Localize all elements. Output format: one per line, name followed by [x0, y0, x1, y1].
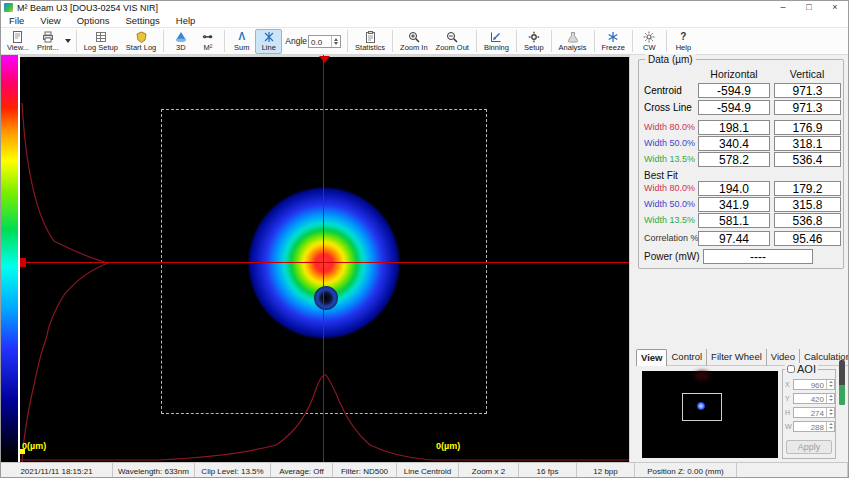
beam-image-area[interactable]: 0(µm) 0(µm): [20, 55, 629, 462]
value-bf-width80-h: 194.0: [698, 181, 770, 196]
horizontal-axis-label: 0(µm): [436, 441, 460, 451]
log-setup-icon: [95, 31, 107, 43]
toolbar-separator: [163, 30, 164, 52]
analysis-button[interactable]: Analysis: [555, 29, 591, 54]
tab-control[interactable]: Control: [667, 349, 707, 366]
status-position-z: Position Z: 0.00 (mm): [635, 463, 737, 478]
crosshair-horizontal[interactable]: [20, 262, 629, 263]
3d-button[interactable]: 3D: [167, 29, 194, 54]
analysis-icon: [567, 31, 579, 43]
value-bf-width80-v: 179.2: [774, 181, 841, 196]
value-crossline-h: -594.9: [698, 100, 770, 115]
status-empty: [737, 463, 848, 478]
minimize-button[interactable]: –: [770, 1, 796, 14]
aoi-y-spinner[interactable]: 420: [793, 393, 835, 404]
help-button[interactable]: ? Help: [670, 29, 697, 54]
value-bf-width50-v: 315.8: [774, 197, 841, 212]
zoom-in-button[interactable]: Zoom In: [396, 29, 432, 54]
toolbar-separator: [516, 30, 517, 52]
aoi-x-spin-arrows[interactable]: [826, 380, 834, 389]
menu-help[interactable]: Help: [168, 14, 204, 28]
toolbar-separator: [666, 30, 667, 52]
status-line-centroid: Line Centroid: [397, 463, 459, 478]
value-width50-h: 340.4: [698, 136, 770, 151]
close-button[interactable]: ×: [822, 1, 848, 14]
toolbar-separator: [476, 30, 477, 52]
angle-value[interactable]: 0.0: [309, 36, 331, 47]
aoi-w-spinner[interactable]: 288: [793, 421, 835, 432]
toolbar-separator: [392, 30, 393, 52]
print-dropdown-arrow[interactable]: [65, 39, 71, 43]
menu-options[interactable]: Options: [69, 14, 118, 28]
aoi-field-y: Y 420: [785, 392, 835, 404]
aoi-apply-button[interactable]: Apply: [786, 440, 832, 454]
angle-spin-arrows[interactable]: [331, 36, 340, 47]
view-button[interactable]: View...: [3, 29, 33, 54]
freeze-button[interactable]: Freeze: [598, 29, 629, 54]
profile-curves: [20, 55, 629, 462]
aoi-h-spinner[interactable]: 274: [793, 407, 835, 418]
bestfit-row-width50: Width 50.0% 341.9 315.8: [639, 197, 845, 212]
line-button[interactable]: Line: [255, 29, 282, 54]
value-bf-width50-h: 341.9: [698, 197, 770, 212]
preview-beam-dot: [697, 402, 705, 410]
menu-view[interactable]: View: [32, 14, 68, 28]
camera-preview[interactable]: [642, 371, 778, 458]
data-row-width50: Width 50.0% 340.4 318.1: [639, 136, 845, 151]
value-correlation-h: 97.44: [698, 231, 770, 246]
print-button[interactable]: Print...: [33, 29, 63, 54]
tab-filter-wheel[interactable]: Filter Wheel: [707, 349, 767, 366]
3d-cone-icon: [175, 31, 187, 43]
sum-button[interactable]: Λ Sum: [228, 29, 255, 54]
gain-slider-fill: [839, 385, 845, 405]
m-squared-button[interactable]: ⊶ M²: [194, 29, 221, 54]
value-correlation-v: 95.46: [774, 231, 841, 246]
column-header-vertical: Vertical: [771, 68, 843, 80]
toolbar-separator: [551, 30, 552, 52]
aoi-x-spinner[interactable]: 960: [793, 379, 835, 390]
statistics-button[interactable]: Statistics: [351, 29, 389, 54]
start-log-icon: [136, 31, 147, 43]
preview-smudge: [694, 371, 710, 381]
binning-icon: [490, 31, 502, 43]
log-setup-button[interactable]: Log Setup: [80, 29, 122, 54]
data-row-centroid: Centroid -594.9 971.3: [639, 83, 845, 98]
start-log-button[interactable]: Start Log: [122, 29, 160, 54]
value-crossline-v: 971.3: [774, 100, 841, 115]
menu-file[interactable]: File: [1, 14, 32, 28]
gain-slider[interactable]: [839, 360, 845, 405]
data-row-width135: Width 13.5% 578.2 536.4: [639, 152, 845, 167]
cw-button[interactable]: CW: [636, 29, 663, 54]
right-panel: Data (µm) Horizontal Vertical Centroid -…: [629, 55, 849, 462]
status-datetime: 2021/11/11 18:15:21: [1, 463, 113, 478]
aoi-w-spin-arrows[interactable]: [826, 422, 834, 431]
value-power: ----: [703, 249, 813, 264]
status-average: Average: Off: [271, 463, 333, 478]
angle-spinner[interactable]: 0.0: [308, 35, 341, 48]
aoi-checkbox[interactable]: [787, 365, 795, 373]
power-label: Power (mW): [644, 251, 700, 262]
document-view-icon: [12, 31, 23, 43]
menu-settings[interactable]: Settings: [117, 14, 167, 28]
best-fit-section: Best Fit: [639, 168, 845, 180]
freeze-icon: [607, 31, 619, 43]
value-centroid-v: 971.3: [774, 83, 841, 98]
zoom-out-button[interactable]: Zoom Out: [432, 29, 473, 54]
data-row-correlation: Correlation % 97.44 95.46: [639, 231, 845, 246]
tab-view[interactable]: View: [636, 349, 667, 366]
angle-label: Angle: [285, 36, 307, 46]
aoi-h-spin-arrows[interactable]: [826, 408, 834, 417]
data-groupbox: Data (µm) Horizontal Vertical Centroid -…: [638, 59, 844, 269]
binning-button[interactable]: Binning: [480, 29, 513, 54]
beam-display: 0(µm) 0(µm): [1, 55, 629, 462]
value-width80-v: 176.9: [774, 120, 841, 135]
maximize-button[interactable]: □: [796, 1, 822, 14]
data-row-width80: Width 80.0% 198.1 176.9: [639, 120, 845, 135]
setup-button[interactable]: Setup: [520, 29, 548, 54]
aoi-y-spin-arrows[interactable]: [826, 394, 834, 403]
app-window: M² Beam U3 [DOU3-0254 VIS NIR] – □ × Fil…: [0, 0, 849, 478]
value-bf-width135-v: 536.8: [774, 213, 841, 228]
crosshair-vertical[interactable]: [323, 55, 324, 462]
value-width135-h: 578.2: [698, 152, 770, 167]
vertical-axis-label: 0(µm): [22, 441, 46, 451]
